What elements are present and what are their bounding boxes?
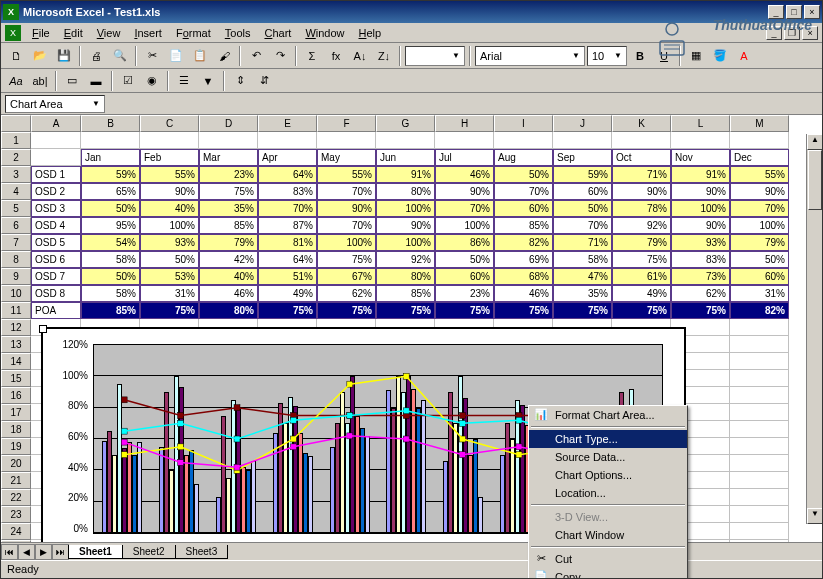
col-head-L[interactable]: L (671, 115, 730, 132)
cell[interactable]: 62% (671, 285, 730, 302)
cell[interactable] (730, 336, 789, 353)
col-head-D[interactable]: D (199, 115, 258, 132)
cell[interactable] (730, 472, 789, 489)
row-head[interactable]: 24 (1, 523, 31, 540)
cell[interactable]: 100% (376, 200, 435, 217)
cell[interactable]: 79% (730, 234, 789, 251)
print-button[interactable]: 🖨 (85, 45, 107, 67)
cell[interactable] (199, 132, 258, 149)
cell[interactable]: 90% (612, 183, 671, 200)
cell[interactable] (730, 353, 789, 370)
sheet-tab-sheet3[interactable]: Sheet3 (175, 545, 229, 559)
cell[interactable]: 49% (612, 285, 671, 302)
ctx-copy[interactable]: 📄Copy (529, 568, 687, 579)
cell[interactable]: 80% (376, 268, 435, 285)
cell[interactable]: OSD 3 (31, 200, 81, 217)
cell[interactable]: 95% (81, 217, 140, 234)
cell[interactable]: 90% (317, 200, 376, 217)
cell[interactable]: 75% (435, 302, 494, 319)
row-head[interactable]: 18 (1, 421, 31, 438)
cell[interactable]: 23% (435, 285, 494, 302)
paste-button[interactable]: 📋 (189, 45, 211, 67)
cell[interactable] (671, 132, 730, 149)
cell[interactable]: 70% (317, 217, 376, 234)
cell[interactable]: 60% (494, 200, 553, 217)
cell[interactable]: 75% (612, 251, 671, 268)
cell[interactable]: 85% (376, 285, 435, 302)
name-box[interactable]: Chart Area▼ (5, 95, 105, 113)
doc-close-button[interactable]: × (802, 26, 818, 40)
cell[interactable]: 55% (140, 166, 199, 183)
cell[interactable]: 85% (494, 217, 553, 234)
col-head-A[interactable]: A (31, 115, 81, 132)
col-head-J[interactable]: J (553, 115, 612, 132)
row-head[interactable]: 12 (1, 319, 31, 336)
row-head[interactable]: 3 (1, 166, 31, 183)
bar[interactable] (137, 442, 142, 533)
cell[interactable]: 31% (730, 285, 789, 302)
cell[interactable]: 42% (199, 251, 258, 268)
menu-help[interactable]: Help (352, 25, 389, 41)
cell[interactable]: 100% (730, 217, 789, 234)
cell[interactable]: Feb (140, 149, 199, 166)
cell[interactable]: 85% (199, 217, 258, 234)
cell[interactable]: May (317, 149, 376, 166)
cell[interactable]: 80% (376, 183, 435, 200)
col-head-B[interactable]: B (81, 115, 140, 132)
cell[interactable]: OSD 7 (31, 268, 81, 285)
ctx-chart-window[interactable]: Chart Window (529, 526, 687, 544)
cell[interactable]: 59% (81, 166, 140, 183)
menu-window[interactable]: Window (298, 25, 351, 41)
cell[interactable]: 100% (317, 234, 376, 251)
cell[interactable] (730, 387, 789, 404)
row-head[interactable]: 13 (1, 336, 31, 353)
cell[interactable]: 23% (199, 166, 258, 183)
cell[interactable]: 50% (730, 251, 789, 268)
cell[interactable]: 58% (81, 251, 140, 268)
vertical-scrollbar[interactable]: ▲ ▼ (806, 134, 822, 524)
row-head[interactable]: 22 (1, 489, 31, 506)
cell[interactable]: Mar (199, 149, 258, 166)
cell[interactable]: 85% (81, 302, 140, 319)
ctx-source-data-[interactable]: Source Data... (529, 448, 687, 466)
cell[interactable]: OSD 6 (31, 251, 81, 268)
row-head[interactable]: 6 (1, 217, 31, 234)
cell[interactable]: Jul (435, 149, 494, 166)
preview-button[interactable]: 🔍 (109, 45, 131, 67)
cell[interactable]: 82% (494, 234, 553, 251)
cell[interactable]: 75% (199, 183, 258, 200)
doc-icon[interactable]: X (5, 25, 21, 41)
groupbox-control[interactable]: ▭ (61, 70, 83, 92)
cell[interactable]: OSD 4 (31, 217, 81, 234)
sort-desc-button[interactable]: Z↓ (373, 45, 395, 67)
cell[interactable]: 70% (494, 183, 553, 200)
fill-color-button[interactable]: 🪣 (709, 45, 731, 67)
cell[interactable]: Apr (258, 149, 317, 166)
menu-insert[interactable]: Insert (127, 25, 169, 41)
cell[interactable] (730, 455, 789, 472)
cell[interactable]: 75% (612, 302, 671, 319)
cell[interactable]: 90% (435, 183, 494, 200)
cell[interactable]: 50% (553, 200, 612, 217)
row-head[interactable]: 7 (1, 234, 31, 251)
cell[interactable]: 86% (435, 234, 494, 251)
row-head[interactable]: 16 (1, 387, 31, 404)
ctx-chart-options-[interactable]: Chart Options... (529, 466, 687, 484)
cell[interactable]: OSD 8 (31, 285, 81, 302)
listbox-control[interactable]: ☰ (173, 70, 195, 92)
col-head-M[interactable]: M (730, 115, 789, 132)
cell[interactable]: 54% (81, 234, 140, 251)
cell[interactable]: 31% (140, 285, 199, 302)
scroll-thumb[interactable] (808, 150, 822, 210)
cell[interactable]: 60% (435, 268, 494, 285)
cell[interactable]: POA (31, 302, 81, 319)
bar[interactable] (251, 461, 256, 533)
font-color-button[interactable]: A (733, 45, 755, 67)
col-head-C[interactable]: C (140, 115, 199, 132)
col-head-H[interactable]: H (435, 115, 494, 132)
cell[interactable] (435, 132, 494, 149)
row-head[interactable]: 19 (1, 438, 31, 455)
row-head[interactable]: 20 (1, 455, 31, 472)
cell[interactable]: 100% (140, 217, 199, 234)
row-head[interactable]: 9 (1, 268, 31, 285)
